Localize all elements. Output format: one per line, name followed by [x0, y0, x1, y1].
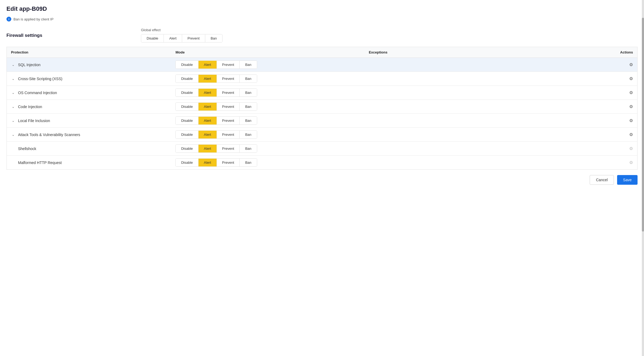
- actions-cell-os-command-injection: ⚙: [592, 86, 637, 100]
- exceptions-cell-os-command-injection: [365, 86, 592, 100]
- mode-prevent-btn-xss[interactable]: Prevent: [217, 75, 240, 83]
- col-header-mode: Mode: [171, 47, 364, 58]
- info-icon: i: [6, 17, 11, 22]
- mode-ban-btn-malformed-http[interactable]: Ban: [240, 159, 257, 166]
- mode-disable-btn-os-command-injection[interactable]: Disable: [176, 89, 198, 97]
- mode-disable-btn-shellshock[interactable]: Disable: [176, 145, 198, 152]
- mode-cell-code-injection: DisableAlertPreventBan: [171, 100, 364, 114]
- protection-cell-code-injection: ⌄ Code Injection: [7, 100, 171, 114]
- mode-prevent-btn-sql-injection[interactable]: Prevent: [217, 61, 240, 69]
- protection-cell-sql-injection: ⌄ SQL Injection: [7, 58, 171, 72]
- protection-name-os-command-injection: OS Command Injection: [18, 91, 57, 95]
- page-title: Edit app-B09D: [6, 5, 638, 12]
- mode-prevent-btn-shellshock[interactable]: Prevent: [217, 145, 240, 152]
- mode-disable-btn-local-file-inclusion[interactable]: Disable: [176, 117, 198, 124]
- exceptions-cell-local-file-inclusion: [365, 114, 592, 128]
- mode-alert-btn-attack-tools[interactable]: Alert: [199, 131, 217, 138]
- actions-cell-malformed-http: ⚙: [592, 156, 637, 170]
- mode-cell-os-command-injection: DisableAlertPreventBan: [171, 86, 364, 100]
- info-bar: i Ban is applied by client IP: [6, 17, 638, 22]
- mode-disable-btn-code-injection[interactable]: Disable: [176, 103, 198, 111]
- global-ban-btn[interactable]: Ban: [205, 34, 222, 42]
- mode-disable-btn-attack-tools[interactable]: Disable: [176, 131, 198, 138]
- mode-alert-btn-os-command-injection[interactable]: Alert: [199, 89, 217, 97]
- mode-disable-btn-malformed-http[interactable]: Disable: [176, 159, 198, 166]
- global-disable-btn[interactable]: Disable: [141, 34, 164, 42]
- global-effect-container: Global effect Disable Alert Prevent Ban: [141, 28, 638, 42]
- chevron-local-file-inclusion[interactable]: ⌄: [11, 119, 15, 123]
- page-container: Edit app-B09D i Ban is applied by client…: [0, 0, 644, 356]
- actions-cell-shellshock: ⚙: [592, 142, 637, 156]
- mode-cell-attack-tools: DisableAlertPreventBan: [171, 128, 364, 142]
- exceptions-cell-attack-tools: [365, 128, 592, 142]
- table-row: ⌄ Attack Tools & Vulnerability Scanners …: [7, 128, 638, 142]
- protection-cell-malformed-http: ⌄ Malformed HTTP Request: [7, 156, 171, 170]
- mode-disable-btn-xss[interactable]: Disable: [176, 75, 198, 83]
- gear-icon-os-command-injection[interactable]: ⚙: [629, 90, 633, 95]
- scrollbar[interactable]: [642, 0, 644, 356]
- mode-btn-group-shellshock: DisableAlertPreventBan: [175, 144, 257, 153]
- global-prevent-btn[interactable]: Prevent: [182, 34, 205, 42]
- protection-cell-os-command-injection: ⌄ OS Command Injection: [7, 86, 171, 100]
- exceptions-cell-code-injection: [365, 100, 592, 114]
- table-row: ⌄ Local File Inclusion DisableAlertPreve…: [7, 114, 638, 128]
- gear-icon-local-file-inclusion[interactable]: ⚙: [629, 118, 633, 123]
- global-alert-btn[interactable]: Alert: [164, 34, 182, 42]
- protection-name-attack-tools: Attack Tools & Vulnerability Scanners: [18, 133, 80, 137]
- exceptions-cell-sql-injection: [365, 58, 592, 72]
- col-header-actions: Actions: [592, 47, 637, 58]
- mode-ban-btn-attack-tools[interactable]: Ban: [240, 131, 257, 138]
- mode-ban-btn-local-file-inclusion[interactable]: Ban: [240, 117, 257, 124]
- gear-icon-sql-injection[interactable]: ⚙: [629, 62, 633, 67]
- mode-prevent-btn-code-injection[interactable]: Prevent: [217, 103, 240, 111]
- protection-name-code-injection: Code Injection: [18, 105, 42, 109]
- col-header-protection: Protection: [7, 47, 171, 58]
- mode-alert-btn-code-injection[interactable]: Alert: [199, 103, 217, 111]
- protection-cell-attack-tools: ⌄ Attack Tools & Vulnerability Scanners: [7, 128, 171, 142]
- table-row: ⌄ Malformed HTTP Request DisableAlertPre…: [7, 156, 638, 170]
- gear-icon-shellshock: ⚙: [629, 146, 633, 151]
- col-header-exceptions: Exceptions: [365, 47, 592, 58]
- mode-prevent-btn-os-command-injection[interactable]: Prevent: [217, 89, 240, 97]
- table-row: ⌄ Cross-Site Scripting (XSS) DisableAler…: [7, 72, 638, 86]
- mode-ban-btn-shellshock[interactable]: Ban: [240, 145, 257, 152]
- actions-cell-xss: ⚙: [592, 72, 637, 86]
- mode-ban-btn-os-command-injection[interactable]: Ban: [240, 89, 257, 97]
- cancel-button[interactable]: Cancel: [590, 175, 614, 185]
- mode-ban-btn-xss[interactable]: Ban: [240, 75, 257, 83]
- mode-ban-btn-sql-injection[interactable]: Ban: [240, 61, 257, 69]
- global-effect-btn-group: Disable Alert Prevent Ban: [141, 34, 222, 42]
- mode-cell-shellshock: DisableAlertPreventBan: [171, 142, 364, 156]
- chevron-attack-tools[interactable]: ⌄: [11, 133, 15, 137]
- mode-btn-group-code-injection: DisableAlertPreventBan: [175, 102, 257, 111]
- save-button[interactable]: Save: [617, 175, 638, 185]
- firewall-table: Protection Mode Exceptions Actions ⌄ SQL…: [6, 47, 638, 170]
- mode-alert-btn-sql-injection[interactable]: Alert: [199, 61, 217, 69]
- chevron-code-injection[interactable]: ⌄: [11, 105, 15, 109]
- mode-btn-group-sql-injection: DisableAlertPreventBan: [175, 60, 257, 69]
- protection-cell-xss: ⌄ Cross-Site Scripting (XSS): [7, 72, 171, 86]
- mode-ban-btn-code-injection[interactable]: Ban: [240, 103, 257, 111]
- header-row: Firewall settings Global effect Disable …: [6, 28, 638, 42]
- mode-alert-btn-local-file-inclusion[interactable]: Alert: [199, 117, 217, 124]
- mode-btn-group-malformed-http: DisableAlertPreventBan: [175, 158, 257, 167]
- actions-cell-code-injection: ⚙: [592, 100, 637, 114]
- mode-cell-sql-injection: DisableAlertPreventBan: [171, 58, 364, 72]
- chevron-sql-injection[interactable]: ⌄: [11, 63, 15, 67]
- mode-prevent-btn-attack-tools[interactable]: Prevent: [217, 131, 240, 138]
- gear-icon-attack-tools[interactable]: ⚙: [629, 132, 633, 137]
- mode-alert-btn-malformed-http[interactable]: Alert: [199, 159, 217, 166]
- gear-icon-xss[interactable]: ⚙: [629, 76, 633, 81]
- chevron-os-command-injection[interactable]: ⌄: [11, 91, 15, 95]
- global-effect-label: Global effect: [141, 28, 638, 32]
- protection-name-local-file-inclusion: Local File Inclusion: [18, 119, 50, 123]
- mode-alert-btn-shellshock[interactable]: Alert: [199, 145, 217, 152]
- mode-alert-btn-xss[interactable]: Alert: [199, 75, 217, 83]
- mode-prevent-btn-local-file-inclusion[interactable]: Prevent: [217, 117, 240, 124]
- mode-disable-btn-sql-injection[interactable]: Disable: [176, 61, 198, 69]
- mode-prevent-btn-malformed-http[interactable]: Prevent: [217, 159, 240, 166]
- mode-btn-group-os-command-injection: DisableAlertPreventBan: [175, 88, 257, 97]
- mode-cell-local-file-inclusion: DisableAlertPreventBan: [171, 114, 364, 128]
- gear-icon-code-injection[interactable]: ⚙: [629, 104, 633, 109]
- chevron-xss[interactable]: ⌄: [11, 77, 15, 81]
